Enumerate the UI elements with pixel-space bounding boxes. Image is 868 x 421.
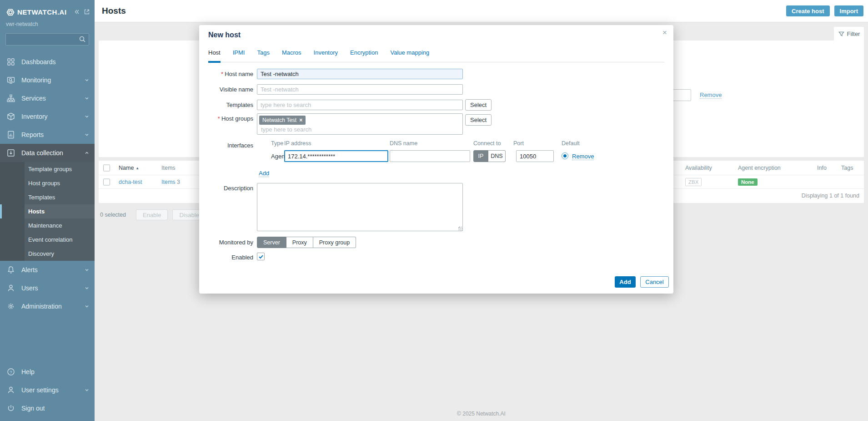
chip-remove-icon[interactable]: ×	[299, 117, 302, 123]
column-info: Info	[817, 165, 827, 171]
sidebar-item-inventory[interactable]: Inventory	[0, 107, 95, 126]
host-groups-multiselect[interactable]: Netwatch Test× type here to search	[257, 113, 463, 135]
search-icon[interactable]	[79, 36, 86, 43]
column-name[interactable]: Name▲	[119, 165, 139, 171]
enabled-checkbox[interactable]	[257, 253, 265, 260]
sidebar-item-help[interactable]: ? Help	[0, 363, 95, 381]
templates-select-button[interactable]: Select	[465, 99, 492, 111]
sidebar-item-label: User settings	[21, 386, 79, 394]
tab-tags[interactable]: Tags	[257, 49, 269, 62]
sidebar-item-label: Dashboards	[21, 58, 89, 66]
sidebar-item-services[interactable]: Services	[0, 89, 95, 107]
sidebar-item-event-correlation[interactable]: Event correlation	[0, 233, 95, 247]
interface-remove-link[interactable]: Remove	[572, 153, 594, 160]
modal-add-button[interactable]: Add	[615, 276, 636, 288]
connect-ip-toggle[interactable]: IP	[473, 150, 488, 162]
check-icon	[258, 254, 264, 259]
interfaces-col-port: Port	[513, 140, 524, 147]
select-all-checkbox[interactable]	[103, 164, 110, 171]
sidebar-subitem-label: Discovery	[28, 250, 54, 257]
sidebar-item-maintenance[interactable]: Maintenance	[0, 218, 95, 233]
tab-ipmi[interactable]: IPMI	[233, 49, 245, 62]
modal-cancel-button[interactable]: Cancel	[640, 276, 669, 288]
sidebar-item-user-settings[interactable]: User settings	[0, 381, 95, 399]
visible-name-label: Visible name	[199, 86, 253, 93]
svg-text:?: ?	[10, 370, 12, 375]
collapse-sidebar-icon[interactable]	[74, 9, 80, 15]
monitored-by-server[interactable]: Server	[257, 237, 286, 248]
row-checkbox[interactable]	[103, 178, 110, 185]
visible-name-input[interactable]	[257, 84, 463, 95]
sidebar-subitem-label: Host groups	[28, 180, 60, 187]
description-textarea[interactable]	[257, 183, 463, 231]
interface-add-link[interactable]: Add	[259, 170, 269, 177]
default-interface-radio[interactable]	[562, 152, 568, 159]
sidebar-search-input[interactable]	[5, 33, 89, 46]
host-link[interactable]: dcha-test	[119, 179, 142, 185]
sidebar-item-dashboards[interactable]: Dashboards	[0, 53, 95, 71]
sidebar-item-alerts[interactable]: Alerts	[0, 261, 95, 279]
interface-dns-input[interactable]	[390, 150, 470, 162]
sidebar-item-template-groups[interactable]: Template groups	[0, 162, 95, 176]
chevron-down-icon	[85, 96, 89, 101]
tab-macros[interactable]: Macros	[282, 49, 301, 62]
interfaces-col-connect: Connect to	[473, 140, 501, 147]
sidebar-item-templates[interactable]: Templates	[0, 190, 95, 204]
import-button[interactable]: Import	[834, 5, 863, 16]
sidebar-item-discovery[interactable]: Discovery	[0, 247, 95, 261]
interface-port-input[interactable]	[516, 150, 554, 162]
tab-value-mapping[interactable]: Value mapping	[390, 49, 429, 62]
filter-remove-link[interactable]: Remove	[700, 91, 722, 99]
copyright: © 2025 Netwatch.AI	[95, 411, 868, 417]
column-agent-encryption: Agent encryption	[738, 165, 781, 171]
chevron-down-icon	[85, 114, 89, 119]
funnel-icon	[838, 30, 845, 37]
sidebar-item-users[interactable]: Users	[0, 279, 95, 297]
sidebar-item-administration[interactable]: Administration	[0, 297, 95, 315]
column-tags: Tags	[841, 165, 853, 171]
close-icon[interactable]: ×	[662, 29, 667, 36]
sidebar-footer: ? Help User settings Sign out	[0, 363, 95, 421]
monitored-by-proxy-group[interactable]: Proxy group	[313, 237, 356, 248]
sidebar-item-data-collection[interactable]: Data collection	[0, 144, 95, 162]
chevron-down-icon	[85, 304, 89, 309]
sidebar-item-sign-out[interactable]: Sign out	[0, 399, 95, 417]
chevron-down-icon	[85, 388, 89, 392]
sidebar-item-monitoring[interactable]: Monitoring	[0, 71, 95, 89]
connect-dns-toggle[interactable]: DNS	[488, 150, 506, 162]
tab-host[interactable]: Host	[208, 49, 221, 62]
tab-inventory[interactable]: Inventory	[314, 49, 338, 62]
sidebar-item-hosts[interactable]: Hosts	[0, 204, 95, 218]
interfaces-col-ip: IP address	[284, 140, 311, 147]
chevron-down-icon	[85, 286, 89, 290]
interface-ip-input[interactable]	[284, 150, 388, 162]
host-groups-select-button[interactable]: Select	[465, 114, 492, 126]
page-header: Hosts Create host Import	[95, 0, 868, 22]
filter-tab[interactable]: Filter	[834, 27, 864, 41]
selected-count: 0 selected	[100, 212, 126, 218]
sidebar-item-host-groups[interactable]: Host groups	[0, 176, 95, 190]
availability-cell: ZBX	[685, 179, 702, 185]
enable-button[interactable]: Enable	[136, 209, 168, 220]
items-link[interactable]: Items	[161, 179, 176, 185]
bell-icon	[6, 265, 15, 274]
inventory-icon	[6, 112, 15, 121]
sidebar-item-label: Reports	[21, 131, 79, 138]
data-collection-icon	[6, 148, 15, 157]
host-name-link: dcha-test	[119, 179, 142, 185]
host-groups-placeholder: type here to search	[261, 126, 311, 133]
chevron-down-icon	[85, 132, 89, 137]
tab-encryption[interactable]: Encryption	[350, 49, 378, 62]
templates-input[interactable]	[257, 100, 463, 110]
sidebar-item-reports[interactable]: Reports	[0, 126, 95, 144]
monitoring-icon	[6, 76, 15, 85]
sidebar-subitem-label: Templates	[28, 194, 55, 201]
host-name-input[interactable]	[257, 69, 463, 79]
popout-sidebar-icon[interactable]	[84, 9, 90, 15]
sort-asc-icon: ▲	[135, 166, 139, 170]
monitored-by-proxy[interactable]: Proxy	[286, 237, 313, 248]
interfaces-label: Interfaces	[199, 142, 253, 149]
interfaces-col-dns: DNS name	[390, 140, 417, 147]
create-host-button[interactable]: Create host	[786, 5, 830, 16]
required-marker: *	[221, 71, 223, 77]
